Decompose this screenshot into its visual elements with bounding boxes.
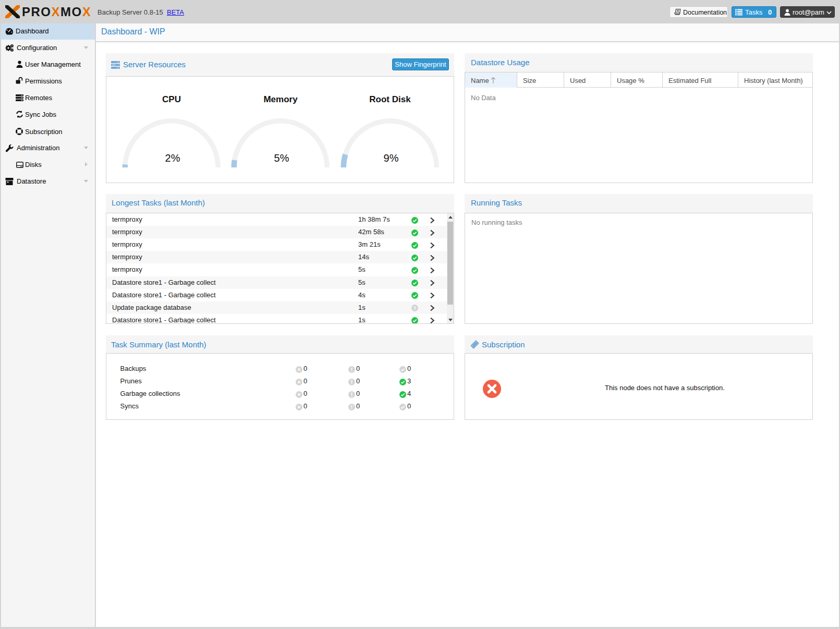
svg-text:?: ? [413, 306, 417, 311]
